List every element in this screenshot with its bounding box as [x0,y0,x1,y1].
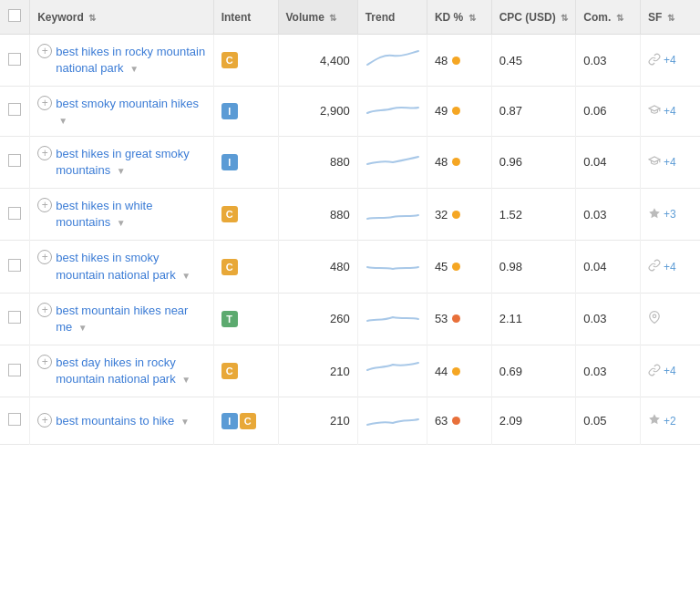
table-body: + best hikes in rocky mountain national … [0,35,700,445]
com-cell: 0.03 [576,293,641,345]
header-cpc-label: CPC (USD) [499,11,556,24]
header-com-label: Com. [583,11,611,24]
svg-marker-0 [649,208,660,218]
row-checkbox-cell [0,188,30,240]
header-keyword[interactable]: Keyword ⇅ [30,0,214,35]
add-keyword-icon[interactable]: + [37,96,52,110]
header-trend: Trend [357,0,427,35]
sf-sort-icon[interactable]: ⇅ [667,13,674,23]
add-keyword-icon[interactable]: + [37,198,52,212]
volume-cell: 210 [278,397,357,445]
add-keyword-icon[interactable]: + [37,146,52,160]
row-checkbox[interactable] [8,364,21,376]
header-com[interactable]: Com. ⇅ [576,0,641,35]
keyword-dropdown-arrow[interactable]: ▼ [117,218,126,228]
keyword-text[interactable]: best mountain hikes near me [56,304,188,334]
sf-feature-icon [648,413,661,428]
header-volume[interactable]: Volume ⇅ [278,0,357,35]
add-keyword-icon[interactable]: + [37,355,52,369]
cpc-cell: 0.45 [491,35,576,87]
keyword-table: Keyword ⇅ Intent Volume ⇅ Trend KD % ⇅ [0,0,700,445]
header-cpc[interactable]: CPC (USD) ⇅ [491,0,576,35]
intent-cell: C [213,35,278,87]
row-checkbox[interactable] [8,154,21,167]
trend-cell [357,188,427,240]
header-kd[interactable]: KD % ⇅ [427,0,491,35]
table-row: + best smoky mountain hikes ▼ I2,900 49 … [0,87,700,136]
volume-cell: 480 [278,241,357,293]
header-intent-label: Intent [221,11,252,24]
intent-badge: I [221,413,238,429]
sf-count: +4 [664,105,676,118]
keyword-dropdown-arrow[interactable]: ▼ [181,271,190,281]
add-keyword-icon[interactable]: + [37,303,52,317]
intent-badge: I [221,103,238,119]
cpc-cell: 2.09 [491,397,576,445]
table-row: + best mountain hikes near me ▼ T260 53 … [0,293,700,345]
keyword-text[interactable]: best day hikes in rocky mountain nationa… [56,356,176,386]
select-all-checkbox[interactable] [8,9,21,22]
row-checkbox[interactable] [8,311,21,324]
intent-badge: C [221,52,238,68]
kd-dot [452,107,460,115]
add-keyword-icon[interactable]: + [37,413,52,428]
row-checkbox-cell [0,35,30,87]
keyword-text[interactable]: best hikes in smoky mountain national pa… [56,251,176,281]
kd-sort-icon[interactable]: ⇅ [468,13,476,23]
kd-value: 45 [435,260,448,273]
intent-badge: C [221,206,238,222]
trend-cell [357,35,427,87]
cpc-sort-icon[interactable]: ⇅ [561,13,568,23]
keyword-dropdown-arrow[interactable]: ▼ [181,375,190,385]
row-checkbox[interactable] [8,413,21,426]
header-keyword-label: Keyword [37,11,84,24]
keyword-dropdown-arrow[interactable]: ▼ [129,64,139,74]
com-cell: 0.05 [576,397,641,445]
keyword-text[interactable]: best hikes in white mountains [56,199,152,229]
sf-cell: +4 [641,241,700,293]
cpc-cell: 0.69 [491,345,576,397]
header-checkbox[interactable] [0,0,30,35]
keyword-dropdown-arrow[interactable]: ▼ [58,116,67,126]
header-trend-label: Trend [365,11,396,24]
trend-chart [365,407,420,432]
keyword-text[interactable]: best smoky mountain hikes [56,97,199,110]
keyword-dropdown-arrow[interactable]: ▼ [180,417,190,427]
keyword-text[interactable]: best mountains to hike [56,414,174,428]
intent-badge: I [221,154,238,170]
sf-count: +2 [664,415,676,428]
cpc-cell: 0.96 [491,136,576,188]
add-keyword-icon[interactable]: + [37,250,52,264]
row-checkbox[interactable] [8,103,21,116]
keyword-cell: + best hikes in smoky mountain national … [30,241,214,293]
trend-cell [357,87,427,136]
volume-sort-icon[interactable]: ⇅ [329,13,336,23]
row-checkbox-cell [0,397,30,445]
svg-marker-2 [649,415,660,425]
intent-cell: C [213,241,278,293]
com-sort-icon[interactable]: ⇅ [616,13,623,23]
add-keyword-icon[interactable]: + [37,44,52,58]
row-checkbox[interactable] [8,259,21,272]
row-checkbox[interactable] [8,53,21,66]
table-row: + best hikes in great smoky mountains ▼ … [0,136,700,188]
row-checkbox[interactable] [8,207,21,220]
intent-badge: T [221,311,238,327]
keyword-sort-icon[interactable]: ⇅ [88,13,96,23]
row-checkbox-cell [0,293,30,345]
header-sf[interactable]: SF ⇅ [641,0,700,35]
trend-chart [365,252,420,278]
table-row: + best hikes in rocky mountain national … [0,35,700,87]
com-cell: 0.03 [576,188,641,240]
com-cell: 0.03 [576,345,641,397]
keyword-dropdown-arrow[interactable]: ▼ [78,323,88,333]
kd-value: 32 [435,208,448,222]
kd-value: 48 [435,54,448,67]
sf-feature-icon [648,103,661,119]
table-row: + best hikes in smoky mountain national … [0,241,700,293]
keyword-dropdown-arrow[interactable]: ▼ [117,166,126,176]
svg-point-1 [653,314,656,318]
kd-cell: 48 [427,136,491,188]
header-intent: Intent [213,0,278,35]
sf-cell: +4 [641,35,700,87]
